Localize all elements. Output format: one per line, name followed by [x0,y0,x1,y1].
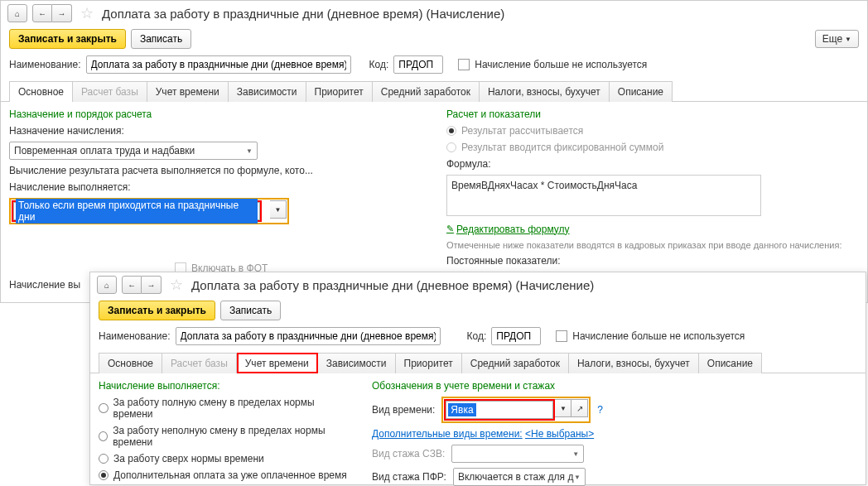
tab-base[interactable]: Расчет базы [73,81,147,102]
when-select[interactable]: Только если время приходится на празднич… [13,202,260,220]
tab-priority[interactable]: Приоритет [396,353,462,373]
szv-label: Вид стажа СЗВ: [372,448,445,460]
opt-full-shift-radio[interactable] [99,403,108,413]
home-icon[interactable]: ⌂ [97,276,117,294]
code-input[interactable] [491,327,541,345]
favorite-icon[interactable]: ☆ [80,4,94,22]
help-icon[interactable]: ? [597,404,603,416]
name-input[interactable] [176,327,441,345]
opt-part-shift-radio[interactable] [99,431,108,441]
purpose-select[interactable]: Повременная оплата труда и надбавки▼ [9,142,258,160]
marks-header: Обозначения в учете времени и стажах [372,380,857,392]
tab-base[interactable]: Расчет базы [162,353,237,373]
save-close-button[interactable]: Записать и закрыть [99,301,215,320]
purpose-label: Назначение начисления: [9,125,422,137]
dropdown-icon[interactable]: ▼ [555,399,571,417]
more-button[interactable]: Еще▼ [815,30,859,48]
code-label: Код: [369,59,389,70]
name-label: Наименование: [99,330,171,342]
home-icon[interactable]: ⌂ [7,4,27,22]
calc-descr: Вычисление результата расчета выполняетс… [9,165,422,176]
tab-bar: Основное Расчет базы Учет времени Зависи… [1,80,867,102]
not-used-checkbox[interactable] [458,59,470,70]
tab-tax[interactable]: Налоги, взносы, бухучет [480,81,610,102]
tab-time[interactable]: Учет времени [147,81,229,102]
tab-deps[interactable]: Зависимости [229,81,306,102]
time-type-select[interactable]: Явка [446,401,553,419]
window-title: Доплата за работу в праздничные дни (дне… [191,278,594,292]
save-button[interactable]: Записать [220,301,281,320]
not-used-label: Начисление больше не используется [572,330,745,342]
tab-avg[interactable]: Средний заработок [462,353,569,373]
tab-tax[interactable]: Налоги, взносы, бухучет [569,353,699,373]
calc-header: Расчет и показатели [446,108,859,120]
const-label: Постоянные показатели: [446,255,859,267]
save-button[interactable]: Записать [131,29,191,49]
result-fixed-radio[interactable] [446,142,456,152]
opt-additional-radio[interactable] [99,470,108,480]
indicators-note: Отмеченные ниже показатели вводятся в ка… [446,240,859,250]
code-input[interactable] [393,55,443,74]
open-icon[interactable]: ↗ [571,399,588,417]
not-used-label: Начисление больше не используется [475,59,647,70]
dropdown-icon[interactable]: ▼ [270,200,287,219]
tab-deps[interactable]: Зависимости [318,353,396,373]
favorite-icon[interactable]: ☆ [170,276,183,294]
tab-avg[interactable]: Средний заработок [373,81,480,102]
window-popup: ⌂ ← → ☆ Доплата за работу в праздничные … [89,272,866,485]
pencil-icon: ✎ [446,224,454,234]
name-input[interactable] [86,55,351,74]
tab-desc[interactable]: Описание [699,353,762,373]
assign-header: Назначение и порядок расчета [9,108,422,120]
type-label: Вид времени: [372,404,435,416]
tab-bar: Основное Расчет базы Учет времени Зависи… [90,352,866,373]
szv-select[interactable]: ▼ [451,445,584,463]
forward-icon[interactable]: → [52,4,72,22]
back-icon[interactable]: ← [122,276,142,294]
tab-main[interactable]: Основное [99,353,162,373]
tab-priority[interactable]: Приоритет [306,81,373,102]
pfr-label: Вид стажа ПФР: [372,471,446,483]
forward-icon[interactable]: → [142,276,162,294]
result-calc-radio[interactable] [446,126,456,136]
result-fixed-label: Результат вводится фиксированной суммой [461,142,663,153]
tab-time[interactable]: Учет времени [237,353,318,373]
back-icon[interactable]: ← [32,4,52,22]
opt-overtime-radio[interactable] [99,454,108,464]
window-title: Доплата за работу в праздничные дни (дне… [102,7,504,21]
code-label: Код: [467,330,487,342]
formula-box: ВремяВДняхЧасах * СтоимостьДняЧаса [446,175,761,216]
formula-label: Формула: [446,158,859,170]
pfr-select[interactable]: Включается в стаж для д▼ [453,468,586,486]
add-types-value[interactable]: <Не выбраны> [525,428,594,440]
when-label: Начисление выполняется: [9,181,422,193]
edit-formula-link[interactable]: ✎Редактировать формулу [446,224,570,235]
add-types-link[interactable]: Дополнительные виды времени: [372,428,523,440]
result-calc-label: Результат рассчитывается [461,125,583,137]
name-label: Наименование: [9,59,81,70]
perform-header: Начисление выполняется: [99,380,347,392]
tab-desc[interactable]: Описание [610,81,673,102]
tab-main[interactable]: Основное [9,81,73,102]
window-main: ⌂ ← → ☆ Доплата за работу в праздничные … [0,0,868,303]
save-close-button[interactable]: Записать и закрыть [9,29,126,49]
not-used-checkbox[interactable] [556,330,567,342]
